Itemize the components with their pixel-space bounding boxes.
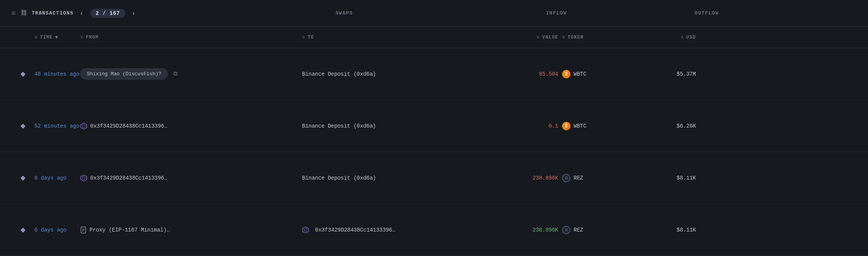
to-address[interactable]: 0x3f3429D28438Cc14133396…: [315, 227, 395, 233]
time-cell[interactable]: 6 days ago: [34, 175, 80, 181]
wbtc-icon: ₿: [562, 70, 571, 78]
eth-icon: ◆: [11, 121, 34, 131]
usd-label: USD: [686, 35, 696, 40]
from-cell: 0x3f3429D28438Cc1413396…: [80, 175, 302, 181]
value-cell: 238.896K: [501, 175, 562, 181]
to-contract-icon: [302, 227, 309, 233]
usd-cell: $6.26K: [639, 123, 696, 129]
value-label: VALUE: [542, 35, 558, 40]
transactions-label: TRANSACTIONS: [32, 10, 73, 16]
token-name: WBTC: [574, 71, 587, 77]
swaps-label: SWAPS: [335, 10, 353, 16]
page-separator: /: [102, 10, 109, 16]
column-headers: ≡ TIME ▼ ≡ FROM ≡ TO ≡ VALUE ≡ TOKEN ≡ U…: [0, 27, 868, 48]
filter-to-icon: ≡: [302, 35, 305, 40]
filter-token-icon: ≡: [562, 35, 565, 40]
swaps-header-cell: SWAPS: [233, 10, 455, 16]
time-label: TIME: [40, 35, 53, 40]
token-cell: ₿ WBTC: [562, 70, 639, 78]
transactions-table: ≡ ⛓ TRANSACTIONS ‹ 2 / 167 › SWAPS INFLO…: [0, 0, 868, 256]
svg-marker-0: [81, 123, 87, 129]
token-cell: REZ: [562, 226, 639, 234]
inflow-label: INFLOW: [546, 10, 567, 16]
time-value: 6 days ago: [34, 175, 67, 181]
col-usd[interactable]: ≡ USD: [639, 35, 696, 40]
usd-value: $6.26K: [677, 123, 696, 129]
from-label: FROM: [86, 35, 99, 40]
value-cell: 85.504: [501, 71, 562, 77]
time-value: 6 days ago: [34, 227, 67, 233]
eth-icon: ◆: [11, 69, 34, 79]
next-page-btn[interactable]: ›: [130, 9, 138, 18]
contract-icon: [80, 123, 87, 130]
transactions-header-cell: ≡ ⛓ TRANSACTIONS ‹ 2 / 167 ›: [11, 9, 233, 18]
svg-marker-3: [82, 177, 85, 180]
eth-icon: ◆: [11, 225, 34, 235]
svg-marker-8: [302, 227, 309, 233]
page-current: 2: [96, 10, 99, 16]
col-time[interactable]: ≡ TIME ▼: [34, 35, 80, 40]
col-from[interactable]: ≡ FROM: [80, 35, 302, 40]
usd-value: $5.37M: [677, 71, 696, 77]
token-name: REZ: [574, 227, 583, 233]
to-cell: Binance Deposit (0xd6a): [302, 123, 501, 129]
svg-marker-1: [82, 125, 85, 128]
col-token[interactable]: ≡ TOKEN: [562, 35, 639, 40]
time-cell[interactable]: 6 days ago: [34, 227, 80, 233]
filter-from-icon: ≡: [80, 35, 83, 40]
sort-icon: ▼: [55, 35, 58, 40]
from-cell: 0x3f3429D28438Cc1413396…: [80, 123, 302, 130]
to-address-with-icon: 0x3f3429D28438Cc14133396…: [302, 227, 395, 233]
page-total: 167: [109, 10, 120, 16]
chain-link-icon: ⛓: [21, 10, 27, 17]
usd-cell: $8.11K: [639, 227, 696, 233]
filter-time-icon: ≡: [34, 35, 37, 40]
table-row: ◆ 6 days ago 0x3f3429D28438Cc1413396… Bi…: [0, 152, 868, 204]
token-name: WBTC: [574, 123, 587, 129]
from-address[interactable]: 0x3f3429D28438Cc1413396…: [90, 123, 167, 129]
token-label: TOKEN: [567, 35, 584, 40]
from-proxy-with-icon: Proxy (EIP-1167 Minimal)…: [80, 227, 170, 233]
time-cell[interactable]: 48 minutes ago: [34, 71, 80, 77]
to-value: Binance Deposit (0xd6a): [302, 123, 376, 129]
usd-value: $8.11K: [677, 175, 696, 181]
from-cell: Shixing Mao (DiscusFish)? ⧉: [80, 68, 302, 79]
col-to[interactable]: ≡ TO: [302, 35, 501, 40]
rez-icon: [562, 226, 571, 234]
svg-marker-9: [304, 228, 307, 232]
usd-cell: $8.11K: [639, 175, 696, 181]
proxy-icon: [80, 227, 86, 233]
value: 238.896K: [533, 175, 558, 181]
page-indicator: 2 / 167: [90, 9, 125, 18]
outflow-header-cell: OUTFLOW: [658, 10, 719, 16]
time-value: 52 minutes ago: [34, 123, 80, 129]
value-cell: 0.1: [501, 123, 562, 129]
time-cell[interactable]: 52 minutes ago: [34, 123, 80, 129]
time-value: 48 minutes ago: [34, 71, 80, 77]
from-address[interactable]: 0x3f3429D28438Cc1413396…: [90, 175, 167, 181]
copy-icon[interactable]: ⧉: [173, 70, 177, 78]
to-cell: Binance Deposit (0xd6a): [302, 175, 501, 181]
from-labeled-address[interactable]: Shixing Mao (DiscusFish)?: [80, 68, 168, 79]
value: 238.896K: [533, 227, 558, 233]
filter-line-icon: ≡: [11, 10, 16, 17]
filter-usd-icon: ≡: [681, 35, 684, 40]
from-address-with-icon: 0x3f3429D28438Cc1413396…: [80, 175, 167, 181]
contract-icon: [80, 175, 87, 181]
inflow-header-cell: INFLOW: [455, 10, 658, 16]
from-proxy-label[interactable]: Proxy (EIP-1167 Minimal)…: [89, 227, 170, 233]
table-row: ◆ 6 days ago Proxy (EIP-1167 Minimal)…: [0, 204, 868, 256]
filter-value-icon: ≡: [537, 35, 540, 40]
table-row: ◆ 48 minutes ago Shixing Mao (DiscusFish…: [0, 48, 868, 100]
token-cell: ₿ WBTC: [562, 122, 639, 130]
col-value[interactable]: ≡ VALUE: [501, 35, 562, 40]
to-value: Binance Deposit (0xd6a): [302, 175, 376, 181]
from-cell: Proxy (EIP-1167 Minimal)…: [80, 227, 302, 233]
rez-icon: [562, 174, 571, 182]
usd-cell: $5.37M: [639, 71, 696, 77]
outflow-label: OUTFLOW: [694, 10, 719, 16]
value: 85.504: [539, 71, 558, 77]
to-label: TO: [307, 35, 314, 40]
usd-value: $8.11K: [677, 227, 696, 233]
prev-page-btn[interactable]: ‹: [78, 9, 86, 18]
